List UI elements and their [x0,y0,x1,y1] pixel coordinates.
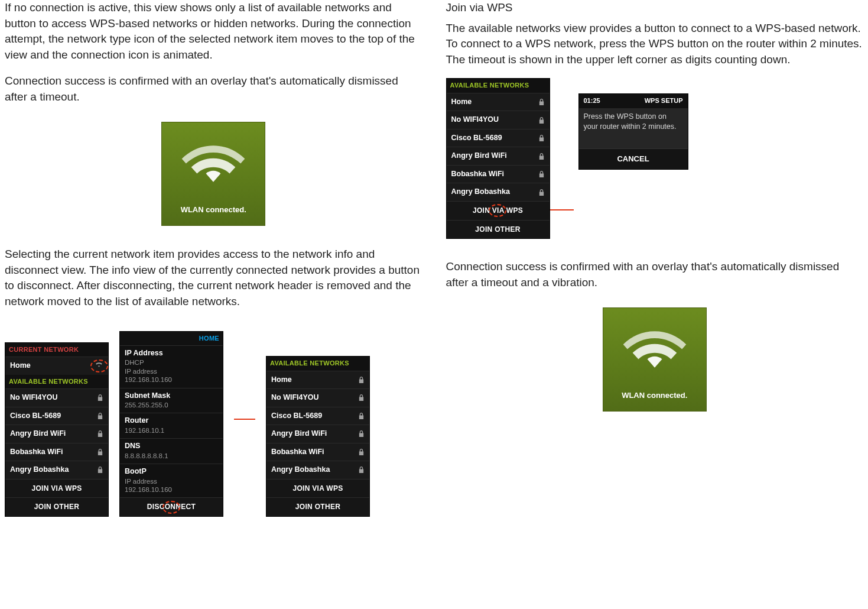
network-row[interactable]: No WIFI4YOU [5,388,108,407]
network-row[interactable]: Cisco BL-5689 [5,407,108,425]
header-current-network: CURRENT NETWORK [5,343,108,357]
header-available-networks: AVAILABLE NETWORKS [266,357,369,370]
wlan-connected-tile: WLAN connected. [161,122,265,226]
wifi-icon [623,323,687,371]
info-label: Subnet Mask [125,391,218,401]
join-via-wps-label: JOIN VIA WPS [473,206,523,216]
lock-icon [97,466,103,474]
info-block: Router 192.168.10.1 [120,413,223,438]
phone-available-networks: AVAILABLE NETWORKS Home No WIFI4YOU Cisc… [266,356,370,517]
info-value: 8.8.8.8.8.8.8.1 [125,452,218,460]
join-via-wps-button[interactable]: JOIN VIA WPS [266,479,369,498]
network-row[interactable]: Angry Bobashka [447,183,550,201]
network-row[interactable]: Home [447,93,550,111]
info-value: 192.168.10.1 [125,426,218,435]
join-other-button[interactable]: JOIN OTHER [5,497,108,516]
join-via-wps-button[interactable]: JOIN VIA WPS [447,201,550,220]
join-other-button[interactable]: JOIN OTHER [447,220,550,239]
network-label: Angry Bird WiFi [10,429,66,439]
wps-timer: 01:25 [584,96,600,105]
info-label: BootP [125,467,218,477]
info-value: 255.255.255.0 [125,401,218,409]
wps-heading: Join via WPS [446,0,864,16]
network-row[interactable]: No WIFI4YOU [266,388,369,407]
info-value: IP address [125,367,218,375]
right-para-2: Connection success is confirmed with an … [446,259,864,290]
info-value: DHCP [125,358,218,367]
network-label: No WIFI4YOU [10,393,58,403]
info-label: DNS [125,441,218,452]
cancel-button[interactable]: CANCEL [579,148,688,169]
network-label: Angry Bobashka [271,465,330,475]
network-label: Angry Bird WiFi [451,151,507,161]
network-row[interactable]: Angry Bird WiFi [266,425,369,443]
info-block: IP Address DHCP IP address 192.168.10.16… [120,345,223,388]
network-row[interactable]: Home [266,371,369,389]
right-para-1: The available networks view provides a b… [446,21,864,68]
lock-icon [97,430,103,438]
lock-icon [538,116,545,124]
lock-icon [358,430,365,438]
info-block: Subnet Mask 255.255.255.0 [120,388,223,413]
info-value: 192.168.10.160 [125,375,218,384]
disconnect-label: DISCONNECT [147,502,196,512]
network-row[interactable]: No WIFI4YOU [447,111,550,129]
network-row[interactable]: Bobashka WiFi [5,443,108,461]
info-block: BootP IP address 192.168.10.160 [120,464,223,497]
lock-icon [358,394,365,401]
lock-icon [358,376,365,384]
network-row[interactable]: Bobashka WiFi [447,165,550,183]
network-label: No WIFI4YOU [271,393,319,403]
wlan-connected-tile: WLAN connected. [603,307,707,412]
join-other-button[interactable]: JOIN OTHER [266,497,369,516]
current-network-row[interactable]: Home [5,357,108,375]
join-via-wps-button[interactable]: JOIN VIA WPS [5,479,108,498]
network-label: Cisco BL-5689 [10,411,61,422]
disconnect-button[interactable]: DISCONNECT [120,497,223,516]
header-available-networks: AVAILABLE NETWORKS [447,79,550,92]
network-row[interactable]: Angry Bobashka [266,461,369,479]
wifi-icon [181,138,245,185]
network-label: Bobashka WiFi [271,447,324,458]
network-label: Angry Bobashka [451,187,510,197]
network-label: Cisco BL-5689 [271,411,322,422]
network-label: Cisco BL-5689 [451,133,502,144]
network-label: Bobashka WiFi [451,169,504,180]
lock-icon [97,394,103,401]
callout-line [234,419,255,420]
lock-icon [97,412,103,420]
info-label: Router [125,416,218,426]
left-para-3: Selecting the current network item provi… [5,247,422,309]
info-block: DNS 8.8.8.8.8.8.8.1 [120,438,223,464]
info-value: 192.168.10.160 [125,485,218,494]
phone-wps-available: AVAILABLE NETWORKS Home No WIFI4YOU Cisc… [446,78,550,239]
network-label: Angry Bobashka [10,465,69,475]
lock-icon [538,153,545,160]
network-row[interactable]: Bobashka WiFi [266,443,369,461]
network-row[interactable]: Angry Bobashka [5,461,108,479]
header-home: HOME [120,332,223,345]
left-para-2: Connection success is confirmed with an … [5,73,422,105]
lock-icon [97,448,103,456]
wlan-connected-caption: WLAN connected. [162,205,265,215]
phone-network-info: HOME IP Address DHCP IP address 192.168.… [119,331,223,517]
wps-setup-panel: 01:25 WPS SETUP Press the WPS button on … [578,93,688,169]
wifi-icon [95,361,103,368]
network-label: Bobashka WiFi [10,447,63,458]
network-label: Home [10,361,31,371]
left-para-1: If no connection is active, this view sh… [5,0,422,63]
info-label: IP Address [125,348,218,359]
lock-icon [538,98,545,106]
info-value: IP address [125,477,218,485]
lock-icon [538,134,545,142]
lock-icon [358,412,365,420]
lock-icon [538,189,545,196]
network-row[interactable]: Angry Bird WiFi [5,425,108,443]
wps-message: Press the WPS button on your router with… [579,108,688,148]
wlan-connected-caption: WLAN connected. [603,390,706,401]
network-row[interactable]: Cisco BL-5689 [266,407,369,425]
network-row[interactable]: Angry Bird WiFi [447,147,550,165]
network-label: No WIFI4YOU [451,115,499,125]
phone-current-network: CURRENT NETWORK Home AVAILABLE NETWORKS … [5,342,109,517]
network-row[interactable]: Cisco BL-5689 [447,129,550,147]
